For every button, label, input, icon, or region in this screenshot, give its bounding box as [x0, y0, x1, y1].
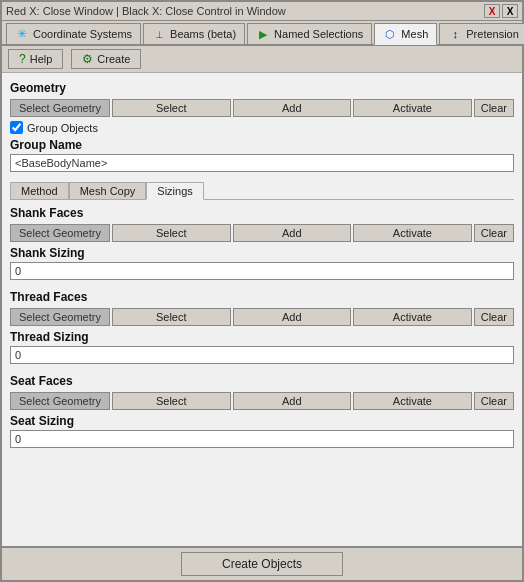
create-objects-button[interactable]: Create Objects — [181, 552, 343, 576]
thread-select-button[interactable]: Select — [112, 308, 231, 326]
seat-faces-row: Select Geometry Select Add Activate Clea… — [10, 392, 514, 410]
thread-faces-title: Thread Faces — [10, 290, 514, 304]
beam-icon: ⟂ — [152, 27, 166, 41]
help-icon: ? — [19, 52, 26, 66]
seat-clear-button[interactable]: Clear — [474, 392, 514, 410]
seat-select-geometry-button[interactable]: Select Geometry — [10, 392, 110, 410]
group-name-label: Group Name — [10, 138, 514, 152]
thread-sizing-label: Thread Sizing — [10, 330, 514, 344]
shank-select-geometry-button[interactable]: Select Geometry — [10, 224, 110, 242]
thread-select-geometry-button[interactable]: Select Geometry — [10, 308, 110, 326]
group-objects-label: Group Objects — [27, 122, 98, 134]
title-bar: Red X: Close Window | Black X: Close Con… — [2, 2, 522, 21]
tab-pretension[interactable]: ↕ Pretension — [439, 23, 524, 44]
tab-coordinate-systems[interactable]: ✳ Coordinate Systems — [6, 23, 141, 44]
named-selections-icon: ▶ — [256, 27, 270, 41]
nav-tabs: ✳ Coordinate Systems ⟂ Beams (beta) ▶ Na… — [2, 21, 522, 46]
seat-activate-button[interactable]: Activate — [353, 392, 472, 410]
select-action-button[interactable]: Select — [112, 99, 231, 117]
main-window: Red X: Close Window | Black X: Close Con… — [0, 0, 524, 582]
thread-activate-button[interactable]: Activate — [353, 308, 472, 326]
title-bar-buttons: X X — [484, 4, 518, 18]
create-icon: ⚙ — [82, 52, 93, 66]
seat-faces-section: Seat Faces Select Geometry Select Add Ac… — [10, 374, 514, 454]
shank-faces-row: Select Geometry Select Add Activate Clea… — [10, 224, 514, 242]
bottom-bar: Create Objects — [2, 546, 522, 580]
seat-select-button[interactable]: Select — [112, 392, 231, 410]
seat-faces-title: Seat Faces — [10, 374, 514, 388]
geometry-section-title: Geometry — [10, 81, 514, 95]
close-black-button[interactable]: X — [502, 4, 518, 18]
sub-toolbar: ? Help ⚙ Create — [2, 46, 522, 73]
thread-add-button[interactable]: Add — [233, 308, 352, 326]
method-tab-method[interactable]: Method — [10, 182, 69, 199]
main-content: Geometry Select Geometry Select Add Acti… — [2, 73, 522, 546]
seat-add-button[interactable]: Add — [233, 392, 352, 410]
geometry-row: Select Geometry Select Add Activate Clea… — [10, 99, 514, 117]
thread-sizing-input[interactable] — [10, 346, 514, 364]
pretension-icon: ↕ — [448, 27, 462, 41]
close-red-button[interactable]: X — [484, 4, 500, 18]
seat-sizing-input[interactable] — [10, 430, 514, 448]
shank-sizing-label: Shank Sizing — [10, 246, 514, 260]
group-name-input[interactable] — [10, 154, 514, 172]
method-tabs: Method Mesh Copy Sizings — [10, 182, 514, 200]
shank-faces-section: Shank Faces Select Geometry Select Add A… — [10, 206, 514, 286]
geometry-section: Geometry Select Geometry Select Add Acti… — [10, 81, 514, 178]
seat-sizing-label: Seat Sizing — [10, 414, 514, 428]
tab-named-selections-label: Named Selections — [274, 28, 363, 40]
tab-coordinate-systems-label: Coordinate Systems — [33, 28, 132, 40]
shank-activate-button[interactable]: Activate — [353, 224, 472, 242]
tab-beams[interactable]: ⟂ Beams (beta) — [143, 23, 245, 44]
group-objects-checkbox[interactable] — [10, 121, 23, 134]
create-label: Create — [97, 53, 130, 65]
title-bar-text: Red X: Close Window | Black X: Close Con… — [6, 5, 484, 17]
mesh-icon: ⬡ — [383, 27, 397, 41]
activate-action-button[interactable]: Activate — [353, 99, 472, 117]
tab-pretension-label: Pretension — [466, 28, 519, 40]
tab-beams-label: Beams (beta) — [170, 28, 236, 40]
shank-add-button[interactable]: Add — [233, 224, 352, 242]
shank-select-button[interactable]: Select — [112, 224, 231, 242]
method-tab-mesh-copy[interactable]: Mesh Copy — [69, 182, 147, 199]
shank-sizing-input[interactable] — [10, 262, 514, 280]
clear-action-button[interactable]: Clear — [474, 99, 514, 117]
help-label: Help — [30, 53, 53, 65]
asterisk-icon: ✳ — [15, 27, 29, 41]
shank-faces-title: Shank Faces — [10, 206, 514, 220]
create-button-toolbar[interactable]: ⚙ Create — [71, 49, 141, 69]
select-geometry-button[interactable]: Select Geometry — [10, 99, 110, 117]
thread-clear-button[interactable]: Clear — [474, 308, 514, 326]
help-button[interactable]: ? Help — [8, 49, 63, 69]
group-objects-row: Group Objects — [10, 121, 514, 134]
tab-mesh-label: Mesh — [401, 28, 428, 40]
thread-faces-section: Thread Faces Select Geometry Select Add … — [10, 290, 514, 370]
tab-named-selections[interactable]: ▶ Named Selections — [247, 23, 372, 44]
add-action-button[interactable]: Add — [233, 99, 352, 117]
method-tab-sizings[interactable]: Sizings — [146, 182, 203, 200]
thread-faces-row: Select Geometry Select Add Activate Clea… — [10, 308, 514, 326]
shank-clear-button[interactable]: Clear — [474, 224, 514, 242]
tab-mesh[interactable]: ⬡ Mesh — [374, 23, 437, 45]
